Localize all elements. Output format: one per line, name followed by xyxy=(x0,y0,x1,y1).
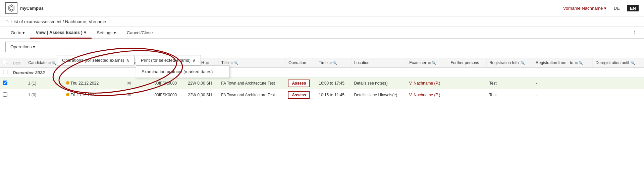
row2-assess-button[interactable]: Assess xyxy=(288,91,310,99)
nav-goto[interactable]: Go to ▾ xyxy=(5,28,30,39)
row2-examiner: V. Nachname (P.) xyxy=(407,89,448,101)
examination-protocol-item[interactable]: Examination protocol (marked dates) xyxy=(136,66,229,78)
row2-further-persons xyxy=(448,89,486,101)
home-icon[interactable]: ⌂ xyxy=(5,18,9,25)
logo-area: myCampus xyxy=(5,2,44,14)
select-all-checkbox[interactable] xyxy=(3,60,7,64)
row2-time: 10:15 to 11:45 xyxy=(316,89,351,101)
lang-en-button[interactable]: EN xyxy=(627,5,639,11)
col-examiner: Examiner ⊞ 🔍 xyxy=(407,58,448,67)
nav-menu: Go to ▾ View ( Assess Exams ) ▾ Settings… xyxy=(0,27,644,39)
logo-icon xyxy=(5,2,17,14)
row1-status-dot xyxy=(66,81,69,85)
nav-view-assess[interactable]: View ( Assess Exams ) ▾ xyxy=(30,27,91,39)
logo-text: myCampus xyxy=(20,6,44,11)
col-operation: Operation xyxy=(285,58,316,67)
row1-assess-button[interactable]: Assess xyxy=(288,80,310,87)
ops-selected-label: Operations (for selected exams) xyxy=(62,58,124,63)
table-row: 1 (1) Thu 22.12.2022 M 00IFSK0000 22W 0,… xyxy=(0,78,644,89)
row1-examiner: V. Nachname (P.) xyxy=(407,78,448,89)
col-registration-info: Registration Info 🔍 xyxy=(486,58,533,67)
top-right: Vorname Nachname ▾ DE EN xyxy=(563,5,639,11)
row2-cb-cell xyxy=(0,89,10,101)
svg-marker-1 xyxy=(10,6,13,10)
row1-operation: Assess xyxy=(285,78,316,89)
col-location: Location xyxy=(351,58,406,67)
row1-registration-info: Test xyxy=(486,78,533,89)
row2-deregistration-until xyxy=(593,89,644,101)
dropdown-container: Operations (for selected exams) ∧ Print … xyxy=(57,55,230,78)
col-time: Time ⊞ 🔍 xyxy=(316,58,351,67)
row2-operation: Assess xyxy=(285,89,316,101)
row1-title: FA Town and Architecture Test xyxy=(218,78,285,89)
row1-registration-from-to: - xyxy=(533,78,593,89)
table-row: 1 (0) Fri 23.12.2022 M 00IFSK0000 22W 0,… xyxy=(0,89,644,101)
col-further-persons: Further persons xyxy=(448,58,486,67)
row1-location: Details see note(s) xyxy=(351,78,406,89)
sort-icon[interactable]: ↕ xyxy=(631,27,639,38)
row2-scheduled-date: Fri 23.12.2022 xyxy=(63,89,125,101)
row1-cb-cell xyxy=(0,78,10,89)
top-bar: myCampus Vorname Nachname ▾ DE EN xyxy=(0,0,644,16)
print-selected-label: Print (for selected exams) xyxy=(141,58,191,63)
row2-registration-from-to: - xyxy=(533,89,593,101)
row2-candidate: 1 (0) xyxy=(25,89,63,101)
operations-button[interactable]: Operations ▾ xyxy=(5,42,40,52)
user-menu[interactable]: Vorname Nachname ▾ xyxy=(563,6,606,11)
date-group-cb-cell xyxy=(0,67,10,78)
row1-checkbox[interactable] xyxy=(3,81,7,85)
print-selected-arrow: ∧ xyxy=(193,58,196,63)
breadcrumb: ⌂ List of exams/assessment / Nachname, V… xyxy=(0,16,644,27)
row1-number: 00IFSK0000 xyxy=(152,78,185,89)
print-for-selected-button[interactable]: Print (for selected exams) ∧ xyxy=(136,55,201,65)
col-registration-from-to: Registration from - to ⊞ 🔍 xyxy=(533,58,593,67)
row1-candidate: 1 (1) xyxy=(25,78,63,89)
date-group-checkbox[interactable] xyxy=(3,70,7,74)
row1-type: M xyxy=(125,78,152,89)
row2-title: FA Town and Architecture Test xyxy=(218,89,285,101)
ops-selected-arrow: ∧ xyxy=(126,58,129,63)
col-select-all xyxy=(0,58,10,67)
operations-label: Operations ▾ xyxy=(10,44,35,49)
row2-registration-info: Test xyxy=(486,89,533,101)
print-dropdown-menu: Examination protocol (marked dates) xyxy=(136,65,230,78)
operations-for-selected-button[interactable]: Operations (for selected exams) ∧ xyxy=(57,55,135,65)
nav-cancel-close[interactable]: Cancel/Close xyxy=(121,28,158,39)
row1-further-persons xyxy=(448,78,486,89)
row2-type: M xyxy=(125,89,152,101)
row2-sem-sh: 22W 0,00 SH xyxy=(185,89,218,101)
row2-location: Details siehe Hinweis(e) xyxy=(351,89,406,101)
breadcrumb-text: List of exams/assessment / Nachname, Vor… xyxy=(11,19,106,24)
row1-scheduled-date: Thu 22.12.2022 xyxy=(63,78,125,89)
row1-time: 16:00 to 17:45 xyxy=(316,78,351,89)
row2-number: 00IFSK0000 xyxy=(152,89,185,101)
row2-date-col xyxy=(10,89,25,101)
lang-de-button[interactable]: DE xyxy=(612,5,622,11)
toolbar: Operations ▾ Operations (for selected ex… xyxy=(0,39,644,55)
nav-settings[interactable]: Settings ▾ xyxy=(92,28,122,39)
row2-status-dot xyxy=(66,93,69,96)
row1-date-col xyxy=(10,78,25,89)
row1-sem-sh: 22W 0,00 SH xyxy=(185,78,218,89)
col-deregistration-until: Deregistration until 🔍 xyxy=(593,58,644,67)
row1-deregistration-until xyxy=(593,78,644,89)
col-date-placeholder: Date xyxy=(10,58,25,67)
row2-checkbox[interactable] xyxy=(3,92,7,97)
